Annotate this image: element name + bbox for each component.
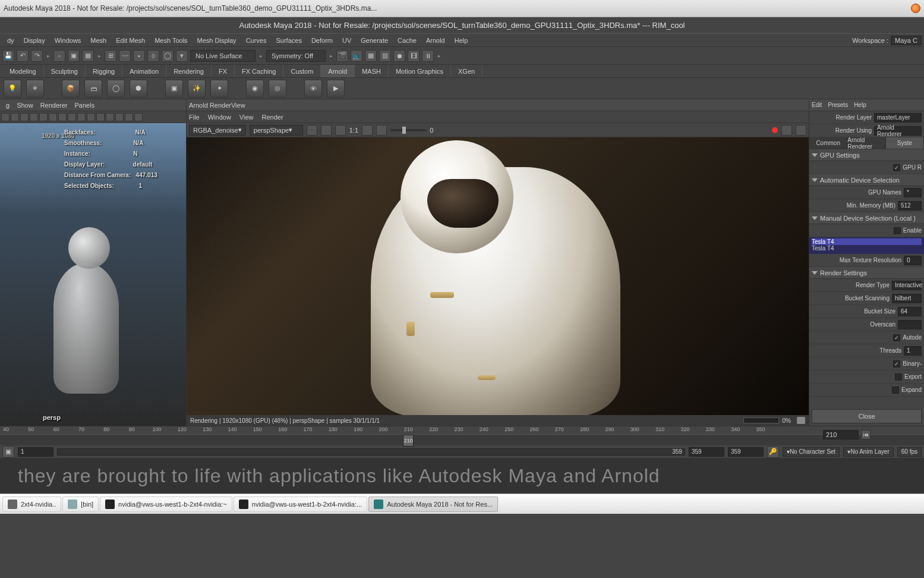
channel-dropdown[interactable]: RGBA_denoise ▾ [189,125,246,136]
record-icon[interactable]: ⏺ [393,50,405,62]
vp-tex-icon[interactable] [49,113,57,121]
render-output[interactable] [187,137,809,415]
range-end-input[interactable]: 359 [689,447,724,457]
select-face-icon[interactable]: ▦ [82,50,94,62]
rv-menu-file[interactable]: File [189,114,200,121]
shelf-tab-modeling[interactable]: Modeling [2,65,44,77]
menu-mesh-tools[interactable]: Mesh Tools [150,34,192,46]
threads-input[interactable]: 1 [904,346,922,356]
movie-icon[interactable]: 🎞 [408,50,420,62]
arnold-flush-selected-icon[interactable]: ✦ [210,80,228,98]
settings-menu-help[interactable]: Help [854,102,866,108]
key-icon[interactable]: 🔑 [767,446,779,458]
vp-shadow-icon[interactable] [68,113,76,121]
snap-grid-icon[interactable]: ⊞ [105,50,116,62]
taskbar-item-terminal-1[interactable]: 2xt4-nvidia.. [2,497,61,512]
arnold-renderview-icon[interactable]: 👁 [304,80,322,98]
vp-menu-g[interactable]: g [2,102,13,109]
arnold-volume-icon[interactable]: 🗃 [84,80,102,98]
section-manual-device[interactable]: Manual Device Selection (Local ) [809,212,924,224]
menu-mesh[interactable]: Mesh [86,34,111,46]
bucket-scanning-dropdown[interactable]: hilbert [892,294,922,303]
menu-windows[interactable]: Windows [50,34,86,46]
menu-display[interactable]: Display [19,34,50,46]
camera-film-icon[interactable]: 🎬 [336,50,348,62]
shelf-tab-fx[interactable]: FX [212,65,235,77]
arnold-procedural-icon[interactable]: ⬢ [130,80,147,98]
range-start-input[interactable]: 1 [18,447,53,457]
menu-edit-mesh[interactable]: Edit Mesh [111,34,150,46]
render-layer-dropdown[interactable]: masterLayer [874,113,922,122]
shelf-tab-rendering[interactable]: Rendering [166,65,212,77]
shelf-tab-custom[interactable]: Custom [283,65,321,77]
vp-menu-panels[interactable]: Panels [71,102,99,109]
play-start-icon[interactable]: ⏮ [861,430,871,439]
timeline-cursor[interactable]: 210 [403,435,414,447]
snap-surface-icon[interactable]: ◯ [162,50,174,62]
vp-select-icon[interactable] [1,113,10,121]
section-auto-device[interactable]: Automatic Device Selection [809,174,924,186]
redo-icon[interactable]: ↷ [31,50,43,62]
camera-ipr-icon[interactable]: ▦ [365,50,377,62]
menu-cache[interactable]: Cache [393,34,421,46]
tab-system[interactable]: Syste [886,137,924,149]
taskbar-item-bin[interactable]: [bin] [62,497,99,512]
snap-curve-icon[interactable]: 〰 [119,50,131,62]
settings-menu-edit[interactable]: Edit [812,102,822,108]
rv-menu-window[interactable]: Window [208,114,231,121]
settings-menu-presets[interactable]: Presets [828,102,848,108]
select-edge-icon[interactable]: ▣ [68,50,80,62]
section-gpu-settings[interactable]: GPU Settings [809,149,924,161]
shelf-tab-rigging[interactable]: Rigging [86,65,122,77]
menu-uv[interactable]: UV [338,34,356,46]
arnold-standin-icon[interactable]: 📦 [62,80,80,98]
range-max-input[interactable]: 359 [728,447,764,457]
vp-iso-icon[interactable] [77,113,86,121]
enable-checkbox[interactable] [894,227,901,234]
menu-mesh-display[interactable]: Mesh Display [193,34,241,46]
tab-common[interactable]: Common [809,137,847,149]
vp-shade-icon[interactable] [39,113,48,121]
shelf-tab-motion-graphics[interactable]: Motion Graphics [389,65,451,77]
vp-aa-icon[interactable] [106,113,114,121]
arnold-curve-icon[interactable]: ◯ [107,80,125,98]
shelf-tab-xgen[interactable]: XGen [451,65,483,77]
snap-point-icon[interactable]: • [133,50,145,62]
min-memory-input[interactable]: 512 [898,201,922,211]
pause-icon[interactable]: ⏸ [422,50,434,62]
vp-menu-show[interactable]: Show [13,102,37,109]
arnold-render-sequence-icon[interactable]: ▶ [327,80,345,98]
camera-render-icon[interactable]: ▥ [379,50,391,62]
vp-motion-blur-icon[interactable] [125,113,133,121]
camera-hd-icon[interactable]: 📺 [351,50,362,62]
shelf-tab-fxcaching[interactable]: FX Caching [235,65,283,77]
range-slider[interactable]: 359 [57,448,685,456]
snapshot-icon[interactable] [797,417,805,424]
arnold-flush-icon[interactable]: ✨ [188,80,206,98]
character-set-dropdown[interactable]: ▾ No Character Set [783,447,840,457]
render-using-dropdown[interactable]: Arnold Renderer [874,126,922,136]
overscan-input[interactable] [898,320,922,329]
rv-menu-view[interactable]: View [239,114,254,121]
vp-dof-icon[interactable] [115,113,124,121]
device-list[interactable]: Tesla T4 Tesla T4 [809,237,924,254]
current-frame-field[interactable]: 210 [823,430,859,439]
crosshair-icon[interactable] [307,125,317,136]
vp-ao-icon[interactable] [96,113,105,121]
menu-deform[interactable]: Deform [307,34,338,46]
range-toggle-icon[interactable]: ▣ [2,446,14,458]
timeline-track[interactable]: 210 [0,435,924,445]
fps-indicator[interactable]: 60 fps [897,447,922,457]
section-render-settings[interactable]: Render Settings [809,267,924,279]
os-close-button[interactable] [911,4,920,13]
menu-generate[interactable]: Generate [356,34,393,46]
menu-curves[interactable]: Curves [241,34,272,46]
vp-menu-renderer[interactable]: Renderer [37,102,71,109]
symmetry-dropdown[interactable]: Symmetry: Off [266,50,326,62]
device-tesla-t4-1[interactable]: Tesla T4 [812,238,922,245]
gpu-names-input[interactable]: * [904,188,922,197]
tab-arnold-renderer[interactable]: Arnold Renderer [847,137,885,149]
viewport-canvas[interactable]: 1920 x 1080 Backfaces: N/A Smoothness: N… [0,123,186,426]
gamut-icon[interactable] [321,125,332,136]
vp-wire-icon[interactable] [30,113,38,121]
